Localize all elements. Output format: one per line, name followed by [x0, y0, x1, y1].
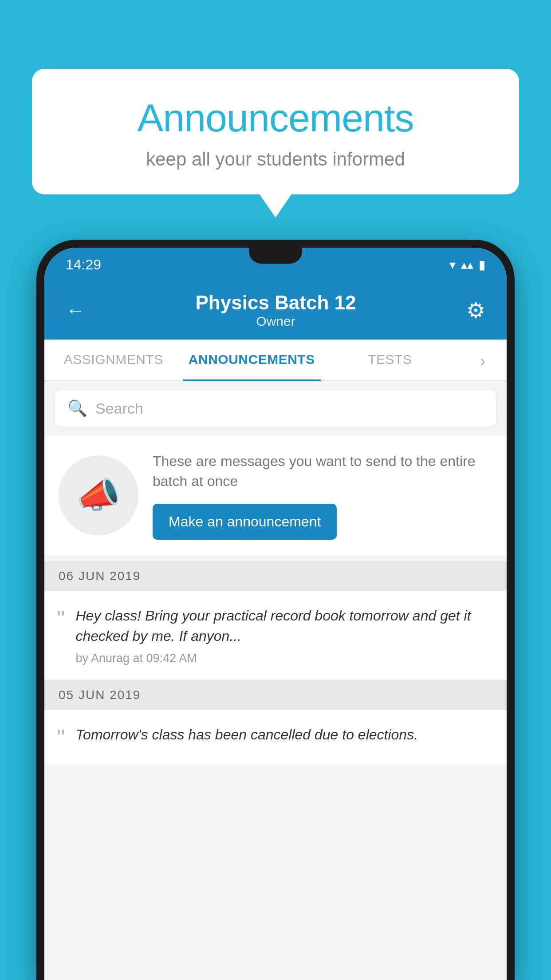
tab-tests[interactable]: TESTS — [321, 340, 459, 380]
announcement-item-1: " Hey class! Bring your practical record… — [44, 591, 507, 680]
megaphone-icon: 📣 — [76, 474, 121, 516]
promo-text: These are messages you want to send to t… — [153, 451, 492, 491]
search-bar[interactable]: 🔍 Search — [55, 390, 496, 427]
signal-icon: ▴▴ — [461, 257, 473, 272]
date-separator-2: 05 JUN 2019 — [44, 680, 507, 710]
make-announcement-button[interactable]: Make an announcement — [153, 504, 337, 540]
promo-right: These are messages you want to send to t… — [153, 451, 492, 540]
megaphone-circle: 📣 — [59, 455, 138, 535]
back-button[interactable]: ← — [66, 299, 85, 321]
battery-icon: ▮ — [479, 257, 485, 272]
search-icon: 🔍 — [67, 399, 87, 418]
status-icons: ▾ ▴▴ ▮ — [449, 257, 485, 272]
announcement-item-2: " Tomorrow's class has been cancelled du… — [44, 710, 507, 765]
wifi-icon: ▾ — [449, 257, 456, 272]
date-separator-1: 06 JUN 2019 — [44, 561, 507, 591]
phone-mockup: 14:29 ▾ ▴▴ ▮ ← Physics Batch 12 Owner ⚙ … — [36, 240, 515, 980]
tab-announcements[interactable]: ANNOUNCEMENTS — [183, 340, 321, 380]
announcement-content-2: Tomorrow's class has been cancelled due … — [75, 724, 492, 750]
header-center: Physics Batch 12 Owner — [196, 292, 356, 329]
announcement-text-2: Tomorrow's class has been cancelled due … — [75, 724, 492, 745]
announcement-content-1: Hey class! Bring your practical record b… — [75, 605, 492, 666]
tab-assignments[interactable]: ASSIGNMENTS — [44, 340, 183, 380]
app-header: ← Physics Batch 12 Owner ⚙ — [44, 279, 507, 340]
tabs-container: ASSIGNMENTS ANNOUNCEMENTS TESTS › — [44, 340, 507, 381]
phone-notch — [249, 248, 302, 264]
speech-bubble: Announcements keep all your students inf… — [32, 69, 519, 194]
search-placeholder: Search — [95, 400, 143, 417]
phone-inner: 14:29 ▾ ▴▴ ▮ ← Physics Batch 12 Owner ⚙ … — [44, 248, 507, 980]
header-subtitle: Owner — [196, 314, 356, 329]
content-area: 🔍 Search 📣 These are messages you want t… — [44, 381, 507, 980]
status-time: 14:29 — [66, 257, 101, 273]
tab-more[interactable]: › — [459, 340, 507, 380]
header-title: Physics Batch 12 — [196, 292, 356, 314]
speech-bubble-container: Announcements keep all your students inf… — [32, 69, 519, 194]
quote-icon-2: " — [57, 726, 65, 750]
announcement-promo: 📣 These are messages you want to send to… — [44, 435, 507, 556]
announcement-meta-1: by Anurag at 09:42 AM — [75, 652, 492, 665]
announcement-text-1: Hey class! Bring your practical record b… — [75, 605, 492, 647]
quote-icon-1: " — [57, 607, 65, 666]
gear-icon[interactable]: ⚙ — [466, 298, 485, 323]
bubble-subtitle: keep all your students informed — [67, 149, 484, 170]
bubble-title: Announcements — [67, 95, 484, 141]
